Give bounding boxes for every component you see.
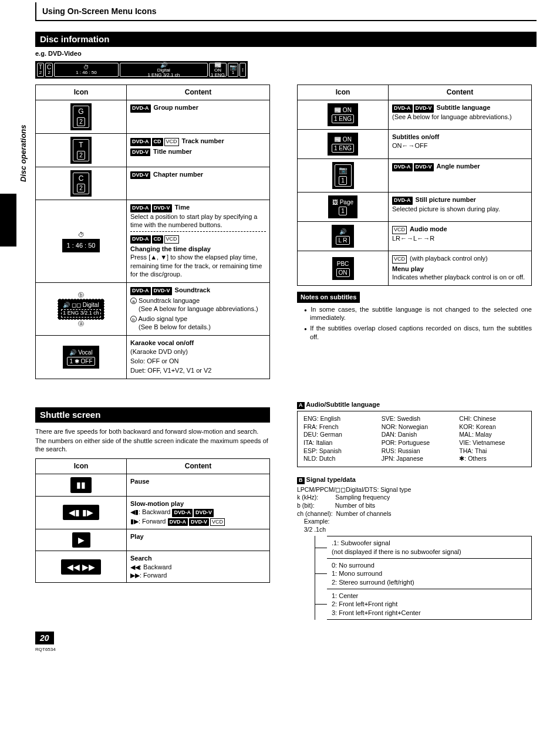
language-table: ENG: EnglishFRA: FrenchDEU: GermanITA: I… xyxy=(297,411,532,467)
side-tab xyxy=(0,194,16,247)
notes-list: In some cases, the subtitle language is … xyxy=(297,305,532,341)
page-title: Using On-Screen Menu Icons xyxy=(42,6,537,16)
ref-title-lang: Audio/Subtitle language xyxy=(306,401,380,408)
osd-sample: T2 C2 ⏱1 : 46 : 50 🔊Digital1 ENG 3/2.1 c… xyxy=(35,61,248,79)
section-disc-info: Disc information xyxy=(35,32,537,47)
disc-info-table-right: Icon Content 📰 ON 1 ENGDVD-ADVD-V Subtit… xyxy=(297,85,532,286)
ref-title-signal: Signal type/data xyxy=(306,476,356,483)
example-type: DVD-Video xyxy=(48,50,82,57)
th-icon: Icon xyxy=(36,85,127,100)
signal-tree: .1: Subwoofer signal(not displayed if th… xyxy=(315,536,532,619)
ref-letter-a: A xyxy=(297,402,305,409)
shuttle-table: Icon Content ▮▮ Pause◀▮ ▮▶ Slow-motion p… xyxy=(35,458,270,583)
th-icon: Icon xyxy=(298,85,389,100)
page-number: 20 xyxy=(35,632,54,644)
notes-header: Notes on subtitles xyxy=(297,292,360,302)
note-item: In some cases, the subtitle language is … xyxy=(304,305,532,322)
side-label: Disc operations xyxy=(19,124,29,182)
doc-number: RQT6534 xyxy=(35,647,56,652)
section-shuttle: Shuttle screen xyxy=(35,407,270,423)
note-item: If the subtitles overlap closed captions… xyxy=(304,324,532,341)
th-content: Content xyxy=(389,85,532,100)
disc-info-table-left: Icon Content G2DVD-A Group numberT2DVD-A… xyxy=(35,85,270,380)
shuttle-intro1: There are five speeds for both backward … xyxy=(35,427,270,435)
ref-letter-b: B xyxy=(297,477,305,484)
example-prefix: e.g. xyxy=(35,50,46,57)
shuttle-intro2: The numbers on either side of the shuttl… xyxy=(35,437,270,454)
signal-lines: LPCM/PPCM/◻◻Digital/DTS: Signal typek (k… xyxy=(297,486,532,534)
th-content: Content xyxy=(127,458,270,474)
th-content: Content xyxy=(127,85,270,100)
th-icon: Icon xyxy=(36,458,127,474)
